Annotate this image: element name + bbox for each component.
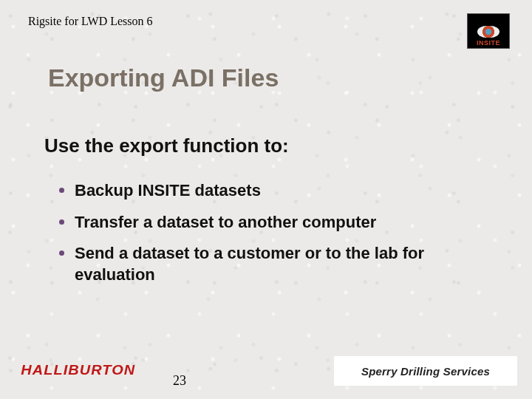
- sperry-logo-text: Sperry Drilling Services: [361, 365, 490, 378]
- insite-logo-text: INSITE: [477, 39, 500, 47]
- slide-title: Exporting ADI Files: [48, 64, 279, 92]
- bullet-list: Backup INSITE datasets Transfer a datase…: [59, 170, 488, 296]
- slide-subtitle: Use the export function to:: [44, 134, 289, 157]
- list-item: Send a dataset to a customer or to the l…: [59, 243, 488, 285]
- bullet-icon: [59, 219, 64, 225]
- bullet-text: Transfer a dataset to another computer: [75, 212, 376, 233]
- lesson-label: Rigsite for LWD Lesson 6: [28, 15, 153, 28]
- bullet-icon: [59, 188, 64, 193]
- sperry-logo: Sperry Drilling Services: [334, 356, 517, 386]
- slide: Rigsite for LWD Lesson 6 INSITE Exportin…: [0, 0, 532, 399]
- bullet-text: Send a dataset to a customer or to the l…: [75, 243, 488, 285]
- list-item: Backup INSITE datasets: [59, 180, 488, 202]
- eye-icon: [477, 26, 499, 38]
- page-number: 23: [173, 373, 186, 389]
- bullet-text: Backup INSITE datasets: [75, 180, 261, 202]
- insite-logo: INSITE: [467, 13, 510, 49]
- list-item: Transfer a dataset to another computer: [59, 212, 488, 233]
- bullet-icon: [59, 250, 64, 256]
- halliburton-logo: HALLIBURTON: [21, 362, 135, 378]
